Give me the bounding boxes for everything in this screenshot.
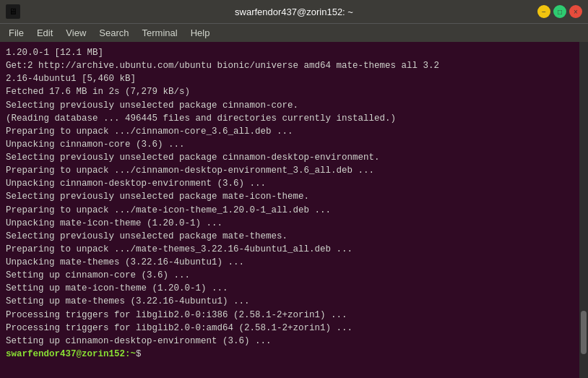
menu-file[interactable]: File [3, 26, 30, 40]
menubar: File Edit View Search Terminal Help [0, 23, 588, 42]
maximize-button[interactable]: □ [553, 5, 566, 18]
terminal-window: 🖥 swarfendor437@zorin152: ~ − □ × File E… [0, 0, 588, 378]
titlebar-title: swarfendor437@zorin152: ~ [235, 7, 353, 17]
titlebar-controls: − □ × [537, 5, 582, 18]
menu-search[interactable]: Search [93, 26, 134, 40]
scrollbar[interactable] [579, 42, 588, 378]
menu-view[interactable]: View [60, 26, 92, 40]
terminal-output: 1.20.0-1 [12.1 MB] Get:2 http://archive.… [6, 46, 582, 361]
close-button[interactable]: × [569, 5, 582, 18]
terminal-body[interactable]: 1.20.0-1 [12.1 MB] Get:2 http://archive.… [0, 42, 588, 378]
menu-help[interactable]: Help [185, 26, 216, 40]
menu-terminal[interactable]: Terminal [137, 26, 183, 40]
app-icon: 🖥 [6, 4, 20, 19]
menu-edit[interactable]: Edit [31, 26, 59, 40]
scrollbar-thumb[interactable] [581, 311, 587, 354]
titlebar: 🖥 swarfendor437@zorin152: ~ − □ × [0, 0, 588, 23]
titlebar-left: 🖥 [6, 4, 20, 19]
minimize-button[interactable]: − [537, 5, 550, 18]
